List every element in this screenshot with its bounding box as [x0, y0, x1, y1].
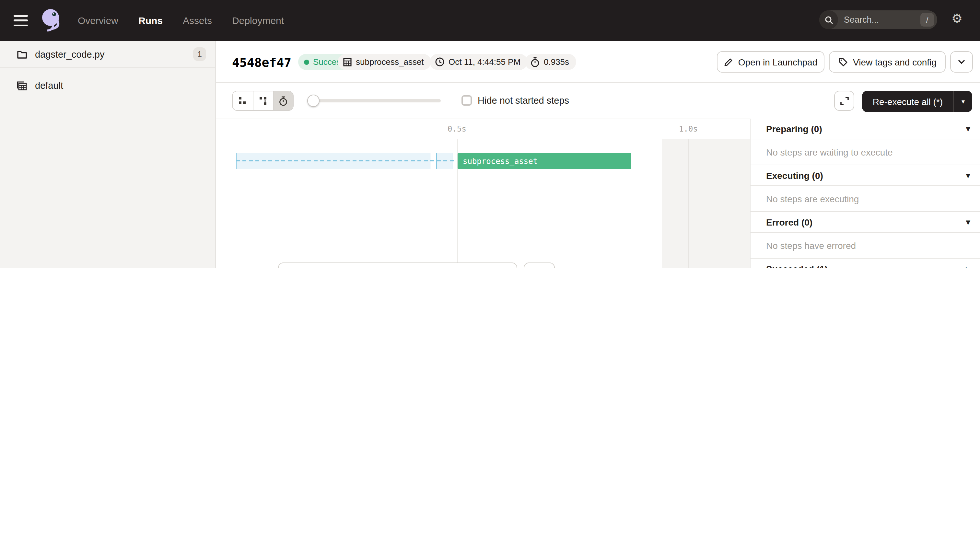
view-mode-flat-button[interactable] [233, 91, 253, 110]
duration-chip[interactable]: 0.935s [525, 54, 576, 70]
zoom-slider-track[interactable] [307, 99, 441, 102]
panel-message: No steps are executing [751, 186, 980, 212]
dagster-run-page: Overview Runs Assets Deployment Search..… [0, 0, 980, 268]
hamburger-menu-icon[interactable] [14, 15, 28, 26]
panel-section-preparing[interactable]: Preparing (0)▼ [751, 119, 980, 139]
search-placeholder: Search... [844, 15, 920, 25]
gear-icon[interactable]: ⚙ [951, 12, 963, 25]
chevron-right-icon: ▶ [966, 266, 970, 268]
step-subset-row: Hide unselected steps [216, 262, 750, 268]
view-mode-waterfall-button[interactable] [253, 91, 273, 110]
hide-not-started-label: Hide not started steps [478, 95, 569, 106]
clock-icon [435, 57, 445, 67]
panel-section-executing[interactable]: Executing (0)▼ [751, 165, 980, 186]
expand-icon [840, 96, 849, 105]
reexecute-all-label[interactable]: Re-execute all (*) [862, 91, 953, 112]
stopwatch-icon [530, 57, 540, 67]
gridline [688, 139, 689, 268]
tag-icon [838, 57, 848, 67]
search-shortcut-key: / [920, 13, 934, 27]
run-id: 4548ef47 [232, 55, 291, 69]
status-dot-icon [304, 59, 309, 65]
chevron-down-icon: ▼ [966, 219, 970, 225]
reexecute-all-button: Re-execute all (*) ▾ [862, 91, 972, 112]
top-nav: Overview Runs Assets Deployment Search..… [0, 0, 980, 41]
step-subset-input[interactable] [278, 262, 517, 268]
chevron-down-icon: ▼ [966, 126, 970, 132]
nav-link-runs[interactable]: Runs [138, 15, 163, 26]
sidebar-item-code-location[interactable]: dagster_code.py 1 [0, 41, 215, 68]
pencil-icon [724, 57, 733, 67]
panel-section-succeeded[interactable]: Succeeded (1)▶ [751, 259, 980, 268]
sidebar-item-label: dagster_code.py [35, 49, 193, 59]
search-input[interactable]: Search... / [819, 10, 937, 29]
panel-message: No steps are waiting to execute [751, 139, 980, 165]
gantt-view-mode-toggle [232, 91, 294, 111]
gantt-after-run-region [662, 139, 750, 268]
gantt-chart: subprocess_asset Hide unselected steps [216, 139, 750, 268]
nav-links: Overview Runs Assets Deployment [78, 0, 284, 41]
sidebar-item-job-default[interactable]: default [0, 76, 215, 95]
timeline-tick-05s: 0.5s [447, 124, 466, 134]
dagster-logo-icon[interactable] [38, 8, 63, 34]
sidebar-item-count-badge: 1 [193, 47, 206, 61]
hide-not-started-checkbox-row: Hide not started steps [461, 95, 569, 106]
nav-link-overview[interactable]: Overview [78, 15, 118, 26]
panel-message: No steps have errored [751, 233, 980, 259]
gantt-waiting-dashed-line [236, 160, 454, 161]
asset-chip[interactable]: subprocess_asset [338, 54, 431, 70]
chevron-down-icon [958, 60, 965, 64]
hide-not-started-checkbox[interactable] [461, 95, 472, 106]
chevron-down-icon: ▼ [966, 172, 970, 178]
nav-link-deployment[interactable]: Deployment [232, 15, 284, 26]
view-tags-config-button[interactable]: View tags and config [829, 51, 946, 73]
search-icon [819, 10, 838, 29]
view-mode-timed-button[interactable] [273, 91, 293, 110]
nav-link-assets[interactable]: Assets [183, 15, 212, 26]
run-actions-dropdown-button[interactable] [950, 51, 973, 73]
open-in-launchpad-button[interactable]: Open in Launchpad [717, 51, 824, 73]
job-grid-icon [17, 81, 27, 91]
run-header: 4548ef47 Success subprocess_asset Oct 11… [216, 41, 980, 83]
zoom-slider-handle[interactable] [307, 95, 320, 107]
reexecute-dropdown-button[interactable]: ▾ [953, 91, 972, 112]
timestamp-chip[interactable]: Oct 11, 4:44:55 PM [430, 54, 528, 70]
graph-query-toggle-button[interactable] [524, 262, 555, 268]
main-content: 4548ef47 Success subprocess_asset Oct 11… [216, 41, 980, 268]
gantt-fullscreen-button[interactable] [834, 91, 854, 111]
timeline-tick-10s: 1.0s [679, 124, 698, 134]
sidebar: dagster_code.py 1 default dagster_code.p… [0, 41, 216, 268]
step-status-panel: Preparing (0)▼ No steps are waiting to e… [750, 119, 980, 268]
folder-icon [17, 49, 27, 59]
gantt-step-bar[interactable]: subprocess_asset [458, 153, 631, 169]
asset-grid-icon [343, 57, 352, 67]
sidebar-item-label: default [35, 80, 63, 91]
panel-section-errored[interactable]: Errored (0)▼ [751, 212, 980, 233]
